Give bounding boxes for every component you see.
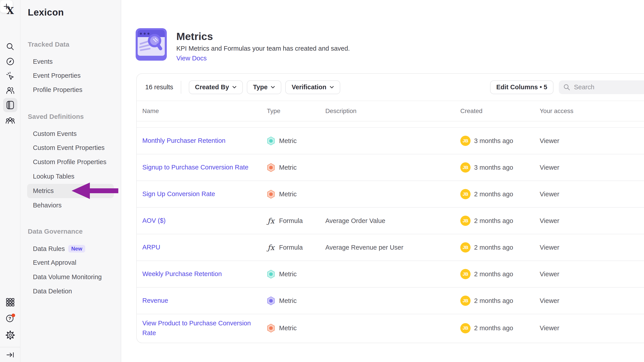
access-cell: Viewer [540, 164, 644, 171]
type-filter[interactable]: Type [247, 80, 282, 94]
apps-grid-icon[interactable] [5, 297, 16, 308]
table-row[interactable]: Signup to Purchase Conversion Rate Metri… [137, 154, 644, 181]
type-label: Metric [279, 164, 297, 171]
metric-name-link[interactable]: Revenue [142, 296, 258, 306]
cursor-click-icon[interactable] [5, 71, 16, 81]
access-cell: Viewer [540, 270, 644, 278]
created-label: 2 months ago [474, 270, 513, 278]
table-row[interactable]: View Product to Purchase Conversion Rate… [137, 314, 644, 342]
data-journal-icon[interactable] [3, 98, 17, 112]
chevron-down-icon [232, 86, 236, 89]
metric-hexagon-icon [267, 136, 275, 146]
metric-name-link[interactable]: AOV ($) [142, 216, 258, 226]
filter-label: Verification [292, 83, 326, 91]
metric-name-link[interactable]: View Product to Purchase Conversion Rate [142, 319, 258, 338]
sidebar-item-lookup-tables[interactable]: Lookup Tables [33, 173, 74, 180]
metric-hexagon-icon [267, 163, 275, 172]
sidebar-item-custom-event-properties[interactable]: Custom Event Properties [33, 144, 104, 152]
sidebar-item-label: Data Rules [33, 245, 65, 252]
compass-icon[interactable] [5, 56, 16, 67]
sidebar-item-custom-events[interactable]: Custom Events [33, 130, 77, 138]
type-label: Formula [279, 244, 303, 251]
access-cell: Viewer [540, 217, 644, 224]
edit-columns-button[interactable]: Edit Columns • 5 [490, 80, 554, 94]
sidebar-item-data-rules[interactable]: Data Rules New [33, 245, 85, 252]
partially-scrolled-row [137, 122, 644, 128]
table-row[interactable]: Revenue Metric JB2 months ago Viewer [137, 288, 644, 314]
metric-name-link[interactable]: Sign Up Conversion Rate [142, 189, 258, 199]
metric-name-link[interactable]: Signup to Purchase Conversion Rate [142, 163, 258, 172]
icon-rail: X ? [0, 0, 20, 362]
column-header-type[interactable]: Type [267, 108, 325, 115]
sidebar-item-event-properties[interactable]: Event Properties [33, 72, 80, 79]
column-header-name[interactable]: Name [142, 108, 267, 115]
table-row[interactable]: AOV ($) Formula Average Order Value JB2 … [137, 208, 644, 234]
sidebar-item-event-approval[interactable]: Event Approval [33, 259, 76, 266]
collapse-rail-icon[interactable] [5, 350, 16, 360]
created-label: 2 months ago [474, 325, 513, 332]
sidebar-item-profile-properties[interactable]: Profile Properties [33, 86, 82, 94]
users-icon[interactable] [5, 85, 16, 96]
section-header-tracked-data: Tracked Data [28, 41, 70, 48]
metric-name-link[interactable]: Weekly Purchase Retention [142, 269, 258, 279]
metric-name-link[interactable]: ARPU [142, 242, 258, 252]
metrics-table-card: 16 results Created By Type Verification … [136, 73, 644, 343]
column-header-description[interactable]: Description [325, 108, 460, 115]
table-row[interactable]: Weekly Purchase Retention Metric JB2 mon… [137, 261, 644, 288]
access-cell: Viewer [540, 325, 644, 332]
table-row[interactable]: Monthly Purchaser Retention Metric JB3 m… [137, 128, 644, 154]
svg-text:X: X [7, 6, 14, 16]
toolbar-divider [181, 81, 181, 94]
description-cell: Average Order Value [325, 217, 460, 224]
metric-hexagon-icon [267, 324, 275, 333]
sidebar-item-custom-profile-properties[interactable]: Custom Profile Properties [33, 158, 106, 166]
search-box[interactable] [559, 80, 644, 94]
sidebar-item-data-deletion[interactable]: Data Deletion [33, 288, 72, 295]
created-by-filter[interactable]: Created By [189, 80, 243, 94]
table-row[interactable]: Sign Up Conversion Rate Metric JB2 month… [137, 181, 644, 208]
avatar: JB [460, 162, 470, 173]
mixpanel-logo-icon[interactable]: X [5, 6, 16, 16]
created-label: 2 months ago [474, 244, 513, 251]
metric-hexagon-icon [267, 270, 275, 279]
avatar: JB [460, 323, 470, 333]
access-cell: Viewer [540, 137, 644, 145]
filter-label: Created By [195, 83, 229, 91]
verification-filter[interactable]: Verification [285, 80, 340, 94]
sidebar-item-metrics[interactable]: Metrics [33, 187, 54, 194]
avatar: JB [460, 189, 470, 199]
sidebar-item-data-volume-monitoring[interactable]: Data Volume Monitoring [33, 273, 102, 281]
avatar: JB [460, 216, 470, 226]
sidebar-item-events[interactable]: Events [33, 58, 53, 65]
chevron-down-icon [271, 86, 275, 89]
filter-label: Type [253, 83, 268, 91]
formula-icon [267, 216, 275, 225]
search-icon [563, 84, 570, 91]
metric-name-link[interactable]: Monthly Purchaser Retention [142, 136, 258, 146]
organization-users-icon[interactable] [5, 115, 16, 126]
search-input[interactable] [574, 83, 641, 91]
type-label: Metric [279, 297, 297, 305]
view-docs-link[interactable]: View Docs [176, 55, 206, 62]
help-icon[interactable]: ? [5, 313, 16, 324]
avatar: JB [460, 269, 470, 279]
table-row[interactable]: ARPU Formula Average Revenue per User JB… [137, 234, 644, 261]
svg-text:?: ? [8, 316, 11, 321]
sidebar-item-behaviors[interactable]: Behaviors [33, 202, 62, 209]
settings-gear-icon[interactable] [5, 330, 16, 341]
column-header-your-access[interactable]: Your access [540, 108, 644, 115]
metric-hexagon-icon [267, 296, 275, 305]
lexicon-sidebar: Lexicon Tracked Data Events Event Proper… [20, 0, 121, 362]
page-title: Metrics [176, 30, 213, 42]
section-header-saved-definitions: Saved Definitions [28, 113, 84, 120]
type-label: Formula [279, 217, 303, 224]
chevron-down-icon [330, 86, 334, 89]
column-header-created[interactable]: Created [460, 108, 540, 115]
created-label: 2 months ago [474, 190, 513, 198]
magnifier-icon [138, 30, 165, 53]
formula-icon [267, 243, 275, 252]
avatar: JB [460, 242, 470, 252]
type-label: Metric [279, 190, 297, 198]
created-label: 2 months ago [474, 217, 513, 224]
search-icon[interactable] [5, 41, 16, 52]
